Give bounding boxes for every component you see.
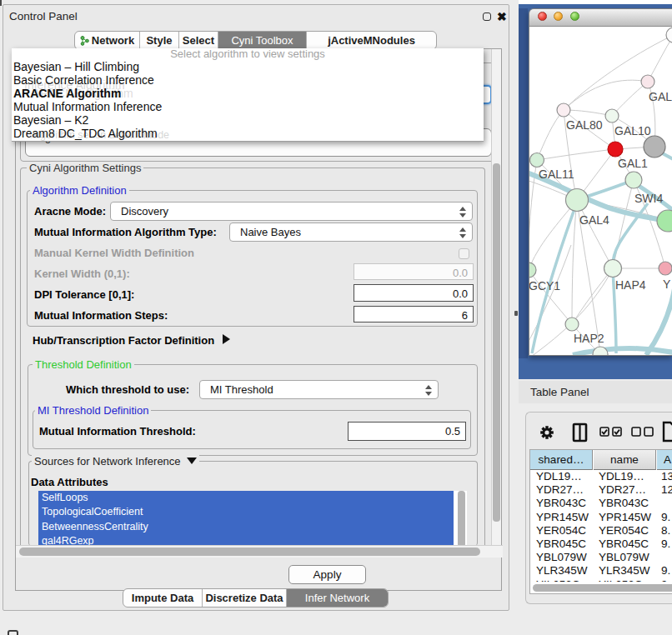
svg-text:GAL4: GAL4	[579, 213, 609, 227]
svg-text:SWI4: SWI4	[634, 192, 663, 205]
svg-text:GAL80: GAL80	[566, 118, 603, 132]
svg-text:Y: Y	[663, 278, 671, 291]
svg-text:GAL: GAL	[649, 90, 672, 103]
svg-text:GAL10: GAL10	[614, 124, 651, 138]
svg-text:GCY1: GCY1	[529, 279, 560, 292]
svg-text:GAL11: GAL11	[539, 168, 574, 181]
svg-text:GAL1: GAL1	[618, 157, 648, 170]
svg-text:HAP2: HAP2	[574, 332, 604, 345]
svg-text:HAP4: HAP4	[615, 278, 646, 292]
